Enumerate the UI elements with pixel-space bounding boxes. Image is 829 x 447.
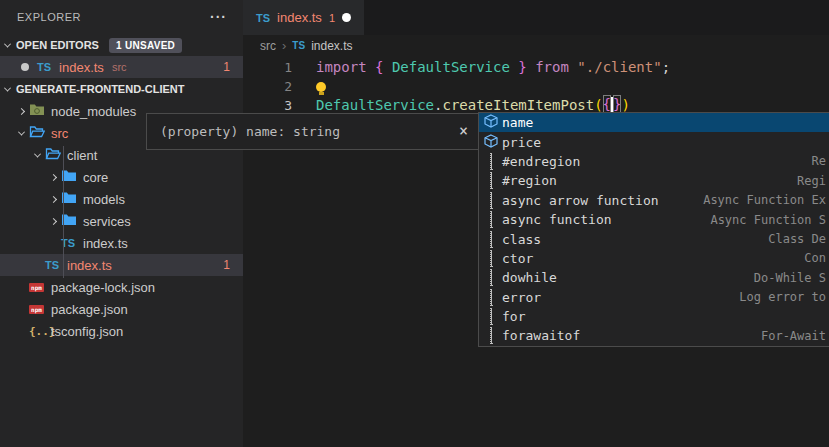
chevron-down-icon: [30, 153, 45, 158]
code-line-content: [292, 82, 326, 92]
suggest-item-async-arrow-function[interactable]: async arrow functionAsync Function Ex: [479, 191, 829, 210]
field-symbol-icon: [481, 134, 500, 151]
suggest-item-detail: Async Function S: [710, 213, 826, 227]
vscode-window: { "colors": { "sidebar_bg": "#252526", "…: [0, 0, 829, 447]
snippet-symbol-icon: [481, 173, 500, 188]
field-symbol-icon: [481, 114, 500, 131]
chevron-down-icon: [4, 84, 11, 91]
error-count-badge: 1: [223, 60, 230, 74]
snippet-symbol-icon: [490, 153, 492, 170]
suggest-item-label: error: [502, 290, 541, 305]
tree-item-label: package.json: [51, 302, 128, 317]
snippet-symbol-icon: [481, 309, 500, 324]
suggest-item-label: price: [502, 135, 541, 150]
snippet-symbol-icon: [490, 154, 492, 169]
snippet-symbol-icon: [481, 193, 500, 208]
snippet-symbol-icon: [490, 232, 492, 247]
snippet-symbol-icon: [490, 211, 492, 228]
tree-item-tsconfig-json[interactable]: {..}tsconfig.json: [0, 320, 243, 342]
code-token: }: [510, 58, 527, 77]
tree-item-index-ts[interactable]: TSindex.ts1: [0, 254, 243, 276]
open-editors-header[interactable]: OPEN EDITORS 1 UNSAVED: [0, 34, 243, 56]
error-count-badge: 1: [223, 258, 230, 272]
tree-item-models[interactable]: models: [0, 188, 243, 210]
breadcrumb-folder[interactable]: src: [260, 39, 276, 53]
npm-icon: npm: [29, 283, 44, 292]
tree-item-icon-slot: npm: [29, 305, 51, 314]
suggest-item-async-function[interactable]: async functionAsync Function S: [479, 210, 829, 229]
suggest-item-detail: Regi: [797, 174, 826, 188]
suggest-item-error[interactable]: errorLog error to: [479, 288, 829, 307]
chevron-down-icon: [4, 40, 11, 47]
suggest-widget: nameprice#endregionRe#regionRegiasync ar…: [478, 112, 829, 347]
tree-item-label: src: [51, 126, 68, 141]
snippet-symbol-icon: [490, 172, 492, 189]
workspace-root-header[interactable]: GENERATE-FRONTEND-CLIENT: [0, 78, 243, 100]
explorer-sidebar: EXPLORER ··· OPEN EDITORS 1 UNSAVED TS i…: [0, 0, 243, 447]
breadcrumb: src › TS index.ts: [243, 35, 829, 56]
snippet-symbol-icon: [481, 232, 500, 247]
tree-item-label: index.ts: [83, 236, 128, 251]
lightbulb-icon[interactable]: [316, 82, 326, 92]
snippet-symbol-icon: [481, 270, 500, 285]
suggest-item-for[interactable]: for: [479, 307, 829, 326]
snippet-symbol-icon: [490, 290, 492, 305]
tree-item-index-ts[interactable]: TSindex.ts: [0, 232, 243, 254]
suggest-item-dowhile[interactable]: dowhileDo-While S: [479, 268, 829, 287]
snippet-symbol-icon: [490, 269, 492, 286]
suggest-item--endregion[interactable]: #endregionRe: [479, 152, 829, 171]
suggest-item-detail: Async Function Ex: [703, 193, 826, 207]
breadcrumb-file[interactable]: index.ts: [311, 39, 352, 53]
chevron-right-icon: [46, 219, 61, 224]
tab-index-ts[interactable]: TS index.ts 1: [243, 0, 364, 35]
suggest-item-label: ctor: [502, 251, 533, 266]
chevron-down-icon: [14, 131, 29, 136]
code-line-2[interactable]: 2: [243, 77, 829, 96]
workspace-root-label: GENERATE-FRONTEND-CLIENT: [16, 83, 184, 95]
field-symbol-icon: [484, 134, 498, 151]
tree-item-label: index.ts: [67, 258, 112, 273]
npm-icon: npm: [29, 305, 44, 314]
suggest-item--region[interactable]: #regionRegi: [479, 171, 829, 190]
tree-item-icon-slot: {..}: [29, 325, 51, 338]
tree-item-package-lock-json[interactable]: npmpackage-lock.json: [0, 276, 243, 298]
tree-item-package-json[interactable]: npmpackage.json: [0, 298, 243, 320]
suggest-item-label: forawaitof: [502, 328, 580, 343]
suggest-item-ctor[interactable]: ctorCon: [479, 249, 829, 268]
chevron-right-icon: [50, 173, 57, 180]
code-token: [569, 58, 577, 77]
tree-item-icon-slot: TS: [61, 237, 83, 249]
snippet-symbol-icon: [490, 231, 492, 248]
snippet-symbol-icon: [481, 154, 500, 169]
suggest-item-forawaitof[interactable]: forawaitofFor-Await: [479, 326, 829, 345]
snippet-symbol-icon: [481, 212, 500, 227]
chevron-right-icon: [50, 195, 57, 202]
code-token: "./client": [577, 58, 661, 77]
tree-item-core[interactable]: core: [0, 166, 243, 188]
unsaved-dot-icon: [21, 63, 29, 71]
suggest-item-label: for: [502, 309, 525, 324]
tree-item-label: tsconfig.json: [51, 324, 123, 339]
suggest-item-class[interactable]: classClass De: [479, 229, 829, 248]
chevron-down-icon: [18, 128, 25, 135]
snippet-symbol-icon: [490, 327, 492, 344]
code-area[interactable]: 1import { DefaultService } from "./clien…: [243, 56, 829, 115]
suggest-item-detail: Log error to: [739, 290, 826, 304]
open-editor-path: src: [112, 61, 127, 73]
close-icon[interactable]: ×: [459, 124, 468, 139]
suggest-item-name[interactable]: name: [479, 113, 829, 132]
code-line-1[interactable]: 1import { DefaultService } from "./clien…: [243, 58, 829, 77]
code-token: DefaultService: [392, 58, 510, 77]
open-editor-item-index-ts[interactable]: TS index.ts src 1: [0, 56, 243, 78]
snippet-symbol-icon: [481, 328, 500, 343]
suggest-item-price[interactable]: price: [479, 132, 829, 151]
breadcrumb-separator-icon: ›: [282, 38, 286, 53]
code-line-content: import { DefaultService } from "./client…: [292, 58, 670, 77]
snippet-symbol-icon: [490, 193, 492, 208]
tree-item-label: services: [83, 214, 131, 229]
more-actions-icon[interactable]: ···: [210, 9, 227, 25]
unsaved-dot-icon[interactable]: [342, 13, 351, 22]
suggest-item-label: #endregion: [502, 154, 580, 169]
snippet-symbol-icon: [490, 251, 492, 266]
tree-item-services[interactable]: services: [0, 210, 243, 232]
